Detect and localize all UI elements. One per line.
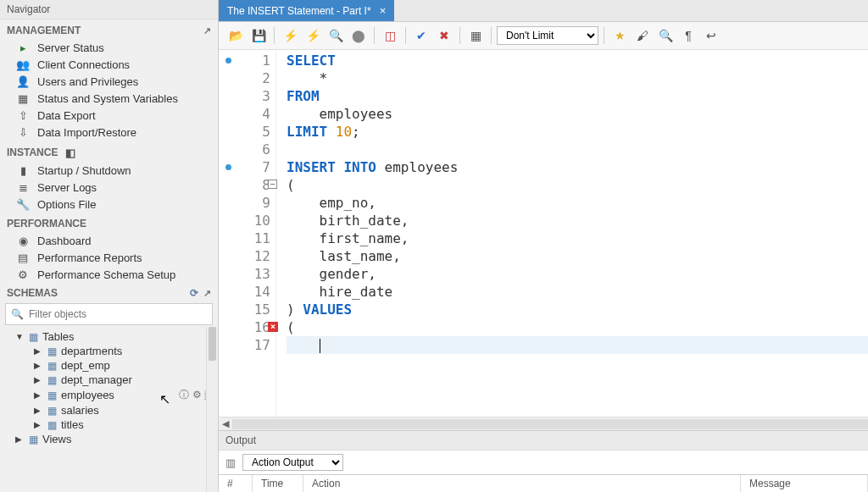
filter-objects[interactable]: 🔍	[5, 303, 213, 325]
import-icon: ⇩	[15, 125, 31, 139]
navigator-sidebar: Navigator MANAGEMENT ↗ ▸Server Status 👥C…	[0, 0, 219, 492]
code-line[interactable]: emp_no,	[287, 194, 868, 212]
gutter-line: 16	[219, 318, 275, 336]
code-line[interactable]: employees	[287, 105, 868, 123]
section-management: MANAGEMENT ↗	[0, 19, 218, 39]
nav-dashboard[interactable]: ◉Dashboard	[0, 232, 218, 249]
code-line[interactable]: −(	[287, 176, 868, 194]
code-line[interactable]: first_name,	[287, 229, 868, 247]
col-action: Action	[303, 475, 741, 492]
chevron-right-icon: ▶	[34, 406, 44, 415]
chevron-right-icon: ▶	[34, 346, 44, 356]
filter-input[interactable]	[27, 307, 207, 322]
tree-table-row[interactable]: ▶▦employeesⓘ ⚙ ▦	[0, 387, 218, 403]
hscroll-track[interactable]	[232, 419, 868, 429]
logs-icon: ≣	[15, 180, 31, 194]
output-type-select[interactable]: Action Output	[242, 454, 343, 471]
gutter-line: 6	[219, 141, 275, 158]
chevron-right-icon: ▶	[34, 375, 44, 384]
beautify-button[interactable]: ★	[609, 25, 630, 46]
commit-button[interactable]: ✔	[411, 25, 431, 46]
fold-icon[interactable]: −	[268, 180, 277, 189]
separator	[405, 27, 406, 44]
execute-button[interactable]: ⚡	[280, 25, 300, 46]
tree-table-row[interactable]: ▶▦dept_manager	[0, 373, 218, 387]
sql-tab[interactable]: The INSERT Statement - Part I* ×	[219, 0, 394, 21]
views-icon: ▦	[25, 434, 41, 445]
expand-icon[interactable]: ↗	[203, 288, 211, 299]
find-button[interactable]: 🔍	[655, 25, 676, 46]
snippets-button[interactable]: ¶	[678, 25, 698, 46]
scroll-left-icon[interactable]: ◀	[219, 418, 232, 429]
tree-table-row[interactable]: ▶▦titles	[0, 417, 218, 432]
code-area[interactable]: SELECT *FROM employeesLIMIT 10;INSERT IN…	[276, 50, 868, 417]
gutter-line: 8	[219, 176, 275, 194]
col-time: Time	[253, 475, 303, 492]
tree-table-row[interactable]: ▶▦salaries	[0, 403, 218, 417]
nav-users-privileges[interactable]: 👤Users and Privileges	[0, 73, 218, 90]
code-line[interactable]: INSERT INTO employees	[287, 158, 868, 176]
output-bar: ▥ Action Output	[219, 450, 868, 474]
nav-options-file[interactable]: 🔧Options File	[0, 196, 218, 213]
statement-marker-icon	[225, 58, 231, 64]
gutter-line: 11	[219, 229, 275, 247]
user-icon: 👤	[15, 75, 31, 88]
separator	[374, 27, 375, 44]
explain-button[interactable]: 🔍	[326, 25, 346, 46]
tree-table-row[interactable]: ▶▦dept_emp	[0, 358, 218, 373]
code-line[interactable]	[287, 141, 868, 158]
wrench-icon: 🔧	[15, 197, 31, 211]
nav-status-vars[interactable]: ▦Status and System Variables	[0, 90, 218, 107]
tree-tables[interactable]: ▼ ▦ Tables	[0, 329, 218, 344]
col-message: Message	[741, 475, 868, 492]
tree-views[interactable]: ▶▦Views	[0, 432, 218, 446]
refresh-icon[interactable]: ⟳	[190, 287, 198, 299]
scrollbar-thumb[interactable]	[209, 327, 216, 361]
nav-client-connections[interactable]: 👥Client Connections	[0, 56, 218, 73]
nav-data-import[interactable]: ⇩Data Import/Restore	[0, 124, 218, 141]
editor-hscroll[interactable]: ◀	[219, 417, 868, 430]
code-line[interactable]: last_name,	[287, 247, 868, 265]
text-cursor	[320, 339, 320, 353]
code-line[interactable]: hire_date	[287, 283, 868, 301]
code-line[interactable]	[287, 336, 868, 354]
nav-perf-reports[interactable]: ▤Performance Reports	[0, 249, 218, 266]
code-line[interactable]: LIMIT 10;	[287, 123, 868, 141]
wrap-button[interactable]: ↩	[701, 25, 721, 46]
open-file-button[interactable]: 📂	[225, 25, 246, 46]
nav-data-export[interactable]: ⇧Data Export	[0, 107, 218, 124]
code-line[interactable]: ×(	[287, 318, 868, 336]
nav-startup-shutdown[interactable]: ▮Startup / Shutdown	[0, 162, 218, 179]
expand-icon[interactable]: ↗	[203, 25, 211, 36]
col-num: #	[219, 475, 253, 492]
vars-icon: ▦	[15, 91, 31, 105]
nav-server-status[interactable]: ▸Server Status	[0, 39, 218, 56]
gutter-line: 14	[219, 283, 275, 301]
instance-icon: ◧	[63, 146, 78, 159]
close-icon[interactable]: ×	[380, 4, 387, 17]
save-button[interactable]: 💾	[248, 25, 269, 46]
section-schemas: SCHEMAS ⟳ ↗	[0, 283, 218, 301]
code-line[interactable]: ) VALUES	[287, 301, 868, 318]
toggle-button[interactable]: ◫	[380, 25, 400, 46]
navigator-header: Navigator	[0, 0, 218, 19]
nav-server-logs[interactable]: ≣Server Logs	[0, 179, 218, 196]
nav-perf-schema[interactable]: ⚙Performance Schema Setup	[0, 266, 218, 283]
code-line[interactable]: gender,	[287, 265, 868, 283]
tree-scrollbar[interactable]	[206, 327, 218, 492]
rollback-button[interactable]: ✖	[434, 25, 454, 46]
brush-button[interactable]: 🖌	[632, 25, 653, 46]
limit-select[interactable]: Don't Limit	[497, 26, 598, 45]
code-line[interactable]: FROM	[287, 87, 868, 105]
code-line[interactable]: *	[287, 69, 868, 87]
stop-button[interactable]: ⬤	[348, 25, 369, 46]
execute-current-button[interactable]: ⚡	[303, 25, 323, 46]
tree-table-row[interactable]: ▶▦departments	[0, 344, 218, 358]
code-line[interactable]: SELECT	[287, 52, 868, 69]
code-line[interactable]: birth_date,	[287, 212, 868, 229]
sql-editor[interactable]: 1234567891011121314151617 SELECT *FROM e…	[219, 50, 868, 417]
autocommit-button[interactable]: ▦	[465, 25, 486, 46]
gutter-line: 2	[219, 69, 275, 87]
gear-icon: ⚙	[15, 268, 31, 281]
table-icon: ▦	[44, 360, 59, 372]
